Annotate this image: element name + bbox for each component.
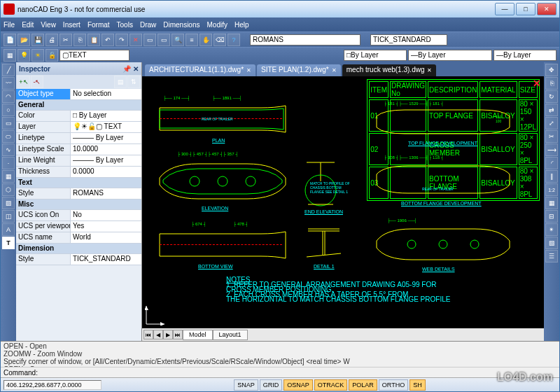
break-icon[interactable]: ⊟ (545, 210, 558, 223)
pan-icon[interactable]: ✋ (200, 34, 212, 46)
hatch-tool-icon[interactable]: ▦ (2, 170, 15, 183)
ellipse-tool-icon[interactable]: ⬭ (2, 130, 15, 143)
row-text-style[interactable]: StyleROMANS (16, 188, 141, 200)
tab-architectural[interactable]: ARCHITECTURAL1(1.1).dwg*✕ (145, 64, 255, 76)
print-icon[interactable]: 🖨 (46, 34, 58, 46)
row-dim-style[interactable]: StyleTICK_STANDARD (16, 254, 141, 265)
zoom-icon[interactable]: 🔍 (172, 34, 184, 46)
save-icon[interactable]: 💾 (31, 34, 44, 46)
row-thickness[interactable]: Thickness0.0000 (16, 167, 141, 178)
spline-tool-icon[interactable]: ∿ (2, 144, 15, 156)
rect-tool-icon[interactable]: ▭ (2, 117, 15, 130)
close-button[interactable]: ✕ (537, 3, 556, 15)
lightbulb-icon[interactable]: 💡 (18, 49, 30, 62)
layers-icon[interactable]: ≡ (186, 34, 198, 46)
section-general[interactable]: General (16, 100, 141, 111)
font-combo[interactable]: ROMANS (250, 34, 360, 46)
tab-last-icon[interactable]: ⏭ (173, 330, 183, 340)
minimize-button[interactable]: — (495, 3, 514, 15)
menu-view[interactable]: View (41, 21, 56, 29)
command-input[interactable]: Command: (1, 367, 559, 377)
grid-toggle[interactable]: GRID (260, 379, 283, 391)
section-misc[interactable]: Misc (16, 200, 141, 210)
layer-combo[interactable]: ▢ TEXT (59, 50, 130, 61)
menu-modify[interactable]: Modify (207, 21, 227, 29)
menu-dimensions[interactable]: Dimensions (163, 21, 200, 29)
extend-icon[interactable]: ⟶ (545, 144, 558, 156)
help-icon[interactable]: ? (227, 34, 240, 46)
menu-draw[interactable]: Draw (140, 21, 156, 29)
filter-icon[interactable]: ▤ (114, 76, 127, 88)
row-ucs-icon[interactable]: UCS icon OnNo (16, 210, 141, 221)
row-lineweight[interactable]: Line Weight——— By Layer (16, 155, 141, 167)
maximize-button[interactable]: □ (516, 3, 536, 15)
mirror-icon[interactable]: ⇄ (545, 104, 558, 116)
move-icon[interactable]: ✥ (545, 64, 558, 76)
menu-insert[interactable]: Insert (63, 21, 80, 29)
row-object-type[interactable]: Object type No selection (16, 89, 141, 100)
sort-icon[interactable]: ⇅ (127, 76, 140, 88)
menu-tools[interactable]: Tools (117, 21, 133, 29)
rotate-icon[interactable]: ↻ (545, 90, 558, 103)
section-text[interactable]: Text (16, 178, 141, 188)
erase-icon[interactable]: ⌫ (214, 34, 226, 46)
block-tool-icon[interactable]: ◫ (2, 210, 15, 223)
pin-icon[interactable]: 📌 (122, 65, 131, 73)
cut-icon[interactable]: ✂ (59, 34, 72, 46)
document-close-icon[interactable]: ✕ (533, 78, 541, 89)
tab-siteplan[interactable]: SITE PLAN(1.2).dwg*✕ (257, 64, 341, 76)
line-tool-icon[interactable]: ╱ (2, 64, 15, 76)
sun-icon[interactable]: ☀ (31, 49, 44, 62)
arc-tool-icon[interactable]: ◠ (2, 90, 15, 103)
array-icon[interactable]: ▦ (545, 197, 558, 209)
new-icon[interactable]: 📄 (4, 34, 16, 46)
scale-icon[interactable]: ⤢ (545, 117, 558, 130)
mtext-tool-icon[interactable]: A (2, 223, 15, 236)
open-icon[interactable]: 📂 (18, 34, 30, 46)
row-color[interactable]: Color□ By Layer (16, 111, 141, 122)
tab-close-icon[interactable]: ✕ (246, 67, 251, 74)
row-layer[interactable]: Layer💡☀🔓▢ TEXT (16, 122, 141, 133)
osnap-toggle[interactable]: OSNAP (284, 379, 313, 391)
copy-icon[interactable]: ⎘ (74, 34, 86, 46)
layer-tool-icon[interactable]: ▦ (4, 49, 16, 62)
drawing-canvas[interactable]: ITEMDRAWING NoDESCRIPTIONMATERIALSIZE 01… (142, 76, 544, 328)
snap-toggle[interactable]: SNAP (234, 379, 258, 391)
polygon-tool-icon[interactable]: ⬡ (2, 183, 15, 196)
text-tool-icon[interactable]: T (2, 237, 15, 249)
command-history[interactable]: OPEN - Open ZOOMW - Zoom Window Specify … (1, 342, 559, 367)
row-ucs-vp[interactable]: UCS per viewportYes (16, 221, 141, 232)
lineweight-combo[interactable]: — By Layer (493, 50, 556, 61)
polyline-tool-icon[interactable]: 〰 (2, 77, 15, 90)
pick-remove-icon[interactable]: -↖ (31, 76, 43, 88)
explode-icon[interactable]: ✴ (545, 223, 558, 236)
select-icon[interactable]: ▭ (144, 34, 156, 46)
copy-tool-icon[interactable]: ⎘ (545, 77, 558, 90)
offset-icon[interactable]: ∥ (545, 170, 558, 183)
pick-add-icon[interactable]: +↖ (18, 76, 30, 88)
dimstyle-combo[interactable]: TICK_STANDARD (370, 34, 447, 46)
delete-icon[interactable]: ✕ (130, 34, 142, 46)
deselect-icon[interactable]: ▭ (158, 34, 170, 46)
ortho-toggle[interactable]: ORTHO (379, 379, 408, 391)
scale-ratio-icon[interactable]: 1:2 (545, 183, 558, 196)
tab-layout1[interactable]: Layout1 (213, 330, 248, 340)
trim-icon[interactable]: ✂ (545, 130, 558, 143)
tab-prev-icon[interactable]: ◀ (153, 330, 163, 340)
row-ltscale[interactable]: Linetype Scale10.0000 (16, 144, 141, 155)
menu-help[interactable]: Help (234, 21, 249, 29)
point-tool-icon[interactable]: · (2, 157, 15, 169)
section-dimension[interactable]: Dimension (16, 244, 141, 254)
row-ucs-name[interactable]: UCS nameWorld (16, 232, 141, 244)
tab-first-icon[interactable]: ⏮ (144, 330, 153, 340)
tab-close-icon[interactable]: ✕ (332, 67, 337, 74)
tab-close-icon[interactable]: ✕ (427, 67, 432, 74)
tab-model[interactable]: Model (183, 330, 213, 340)
hatch-edit-icon[interactable]: ▧ (545, 237, 558, 249)
circle-tool-icon[interactable]: ○ (2, 104, 15, 116)
region-tool-icon[interactable]: ▨ (2, 197, 15, 209)
fillet-icon[interactable]: ◜ (545, 157, 558, 169)
polar-toggle[interactable]: POLAR (349, 379, 377, 391)
paste-icon[interactable]: 📋 (88, 34, 100, 46)
tab-next-icon[interactable]: ▶ (163, 330, 173, 340)
